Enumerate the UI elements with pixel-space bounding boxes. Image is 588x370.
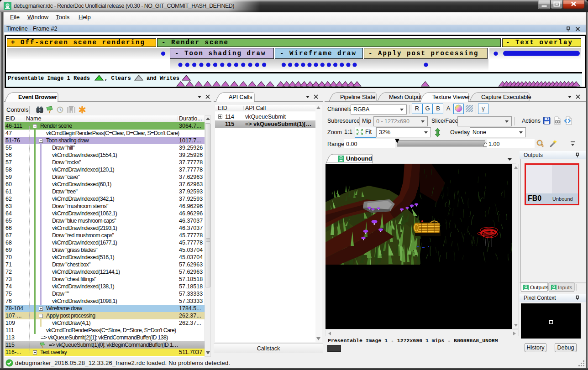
svg-text:Outputs: Outputs <box>530 285 549 290</box>
svg-text:Inputs: Inputs <box>558 285 572 290</box>
svg-text:API Calls: API Calls <box>229 94 252 100</box>
svg-text:Event Browser: Event Browser <box>18 94 57 100</box>
svg-text:Pipeline State: Pipeline State <box>340 94 375 100</box>
svg-text:Unbound: Unbound <box>346 155 372 162</box>
svg-text:Mesh Output: Mesh Output <box>389 94 422 100</box>
svg-text:Capture Executable: Capture Executable <box>481 94 531 100</box>
svg-text:Texture Viewer: Texture Viewer <box>432 94 470 100</box>
